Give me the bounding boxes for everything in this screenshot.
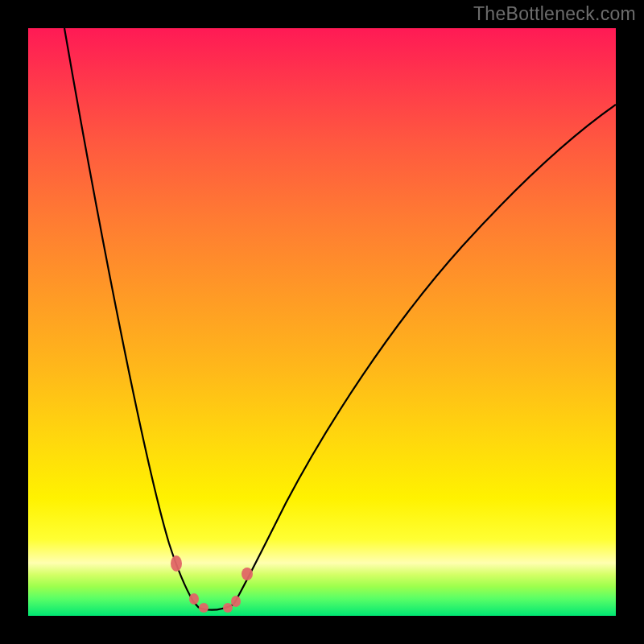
marker-5 <box>231 596 241 607</box>
marker-3 <box>199 603 208 613</box>
watermark-text: TheBottleneck.com <box>473 3 636 25</box>
marker-4 <box>223 603 233 613</box>
marker-2 <box>189 593 199 605</box>
outer-frame: TheBottleneck.com <box>0 0 644 644</box>
marker-1 <box>171 555 182 572</box>
curve-right <box>233 105 616 605</box>
curve-left <box>64 28 199 608</box>
plot-area <box>28 28 616 616</box>
marker-6 <box>242 568 253 580</box>
chart-svg <box>28 28 616 616</box>
